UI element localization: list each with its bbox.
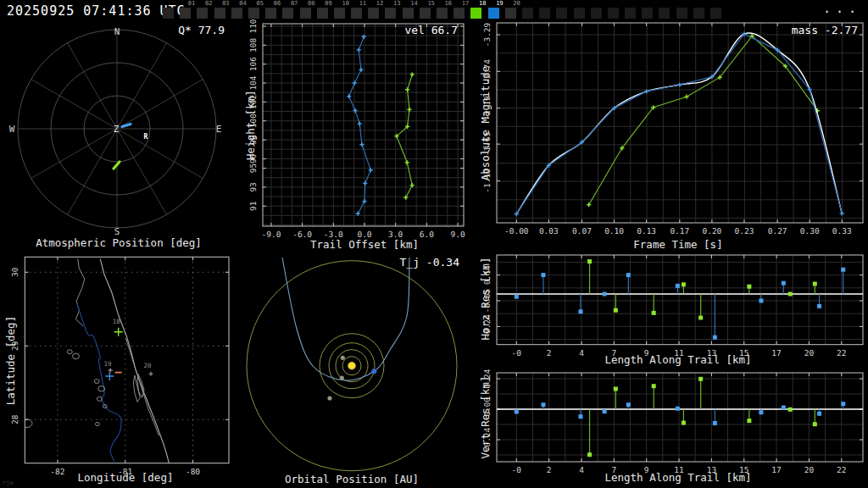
horizontal-residuals-plot: -024791113151720220.14-0.05-0.24 xyxy=(475,250,868,364)
frame-thumbnail[interactable] xyxy=(163,0,175,21)
frame-thumbnail[interactable]: 10 xyxy=(334,0,346,21)
overflow-menu-button[interactable]: ... xyxy=(823,1,861,16)
meteor-analysis-screen: 20250925 07:41:36 UTC 010203040506070809… xyxy=(0,0,868,488)
frame-thumbnail[interactable] xyxy=(539,0,551,21)
frame-thumbnail[interactable] xyxy=(591,0,603,21)
frame-thumbnail[interactable] xyxy=(710,0,722,21)
x-tick-label: 22 xyxy=(837,348,846,358)
x-tick-label: 20 xyxy=(804,465,815,474)
frame-thumbnail[interactable]: 12 xyxy=(368,0,380,21)
frame-thumbnail[interactable] xyxy=(659,0,670,21)
frame-thumbnail[interactable] xyxy=(676,0,688,21)
y-tick-label: 110 xyxy=(248,19,258,33)
green-residuals xyxy=(587,377,817,457)
frame-image[interactable] xyxy=(642,8,653,19)
frame-thumbnail[interactable] xyxy=(693,0,705,21)
x-tick-label: 22 xyxy=(837,465,846,474)
frame-number: 14 xyxy=(410,1,417,7)
frame-number: 12 xyxy=(376,1,383,7)
y-tick-label: -3.29 xyxy=(482,22,492,47)
frame-thumbnail[interactable] xyxy=(574,0,586,21)
frame-image[interactable] xyxy=(265,8,276,19)
frame-thumbnail-selected-a[interactable]: 18 xyxy=(470,0,482,21)
frame-image[interactable] xyxy=(608,8,619,19)
velocity-stat: vel 66.7 xyxy=(356,24,458,36)
frame-image[interactable] xyxy=(180,8,191,19)
vert-res-y-axis-title: Vert Res [km] xyxy=(479,367,492,469)
frame-number: 06 xyxy=(274,1,281,7)
frame-image[interactable] xyxy=(693,8,704,19)
frame-thumbnail[interactable]: 16 xyxy=(437,0,448,21)
frame-image[interactable] xyxy=(163,8,174,19)
frame-image[interactable] xyxy=(659,8,670,19)
frame-thumbnail[interactable]: 05 xyxy=(248,0,260,21)
frame-thumbnail[interactable] xyxy=(625,0,637,21)
map-content: 181920 xyxy=(22,257,229,463)
frame-image[interactable] xyxy=(574,8,585,19)
frame-image[interactable] xyxy=(385,8,396,19)
frame-image[interactable] xyxy=(625,8,636,19)
frame-thumbnail[interactable] xyxy=(522,0,534,21)
frame-thumbnail[interactable]: 06 xyxy=(265,0,277,21)
frame-thumbnail[interactable] xyxy=(556,0,568,21)
frame-thumbnail[interactable]: 04 xyxy=(231,0,243,21)
frame-thumbnail[interactable]: 20 xyxy=(505,0,517,21)
frame-image[interactable] xyxy=(453,8,465,19)
frame-image[interactable] xyxy=(351,8,362,19)
frame-number: 03 xyxy=(222,1,229,7)
frame-thumbnail[interactable]: 09 xyxy=(317,0,329,21)
blue-residuals xyxy=(515,402,845,425)
frame-image[interactable] xyxy=(420,8,431,19)
frame-image[interactable] xyxy=(231,8,242,19)
frame-image[interactable] xyxy=(591,8,602,19)
frame-image[interactable] xyxy=(539,8,550,19)
frame-image[interactable] xyxy=(214,8,225,19)
trail-offset-plot: -9.0-6.0-3.00.03.06.09.01101081061041021… xyxy=(237,21,475,250)
frame-image[interactable] xyxy=(317,8,328,19)
frame-thumbnail[interactable]: 13 xyxy=(385,0,397,21)
frame-thumbnail[interactable]: 07 xyxy=(282,0,294,21)
x-tick-label: 2 xyxy=(547,348,552,358)
orbit-caption: Orbital Position [AU] xyxy=(242,473,462,485)
radiant-label: R xyxy=(144,133,148,141)
sun-dot xyxy=(348,362,356,369)
frame-image[interactable] xyxy=(300,8,311,19)
frame-image[interactable] xyxy=(488,8,499,19)
frame-thumbnail[interactable] xyxy=(608,0,620,21)
frame-image[interactable] xyxy=(403,8,414,19)
frame-image[interactable] xyxy=(197,8,208,19)
frame-image[interactable] xyxy=(470,8,481,19)
frame-image[interactable] xyxy=(334,8,345,19)
frame-thumbnail[interactable]: 17 xyxy=(453,0,465,21)
utc-timestamp: 20250925 07:41:36 UTC xyxy=(7,3,186,19)
frame-image[interactable] xyxy=(710,8,721,19)
frame-image[interactable] xyxy=(368,8,379,19)
light-curve-plot: -0.000.030.070.100.130.170.200.230.270.3… xyxy=(475,21,868,250)
q-factor-stat: Q* 77.9 xyxy=(153,24,225,36)
frame-image[interactable] xyxy=(248,8,259,19)
frame-thumbnail[interactable] xyxy=(642,0,654,21)
x-tick-label: 0.30 xyxy=(800,226,820,236)
frame-image[interactable] xyxy=(437,8,448,19)
frame-image[interactable] xyxy=(556,8,567,19)
y-tick-label: 30 xyxy=(10,267,19,277)
frame-number: 20 xyxy=(513,1,520,7)
frame-thumbnail-selected-b[interactable]: 19 xyxy=(488,0,500,21)
frame-number: 15 xyxy=(427,1,434,7)
compass-west: W xyxy=(9,124,15,135)
frame-thumbnail[interactable]: 15 xyxy=(420,0,431,21)
x-tick-label: -0 xyxy=(512,348,522,358)
frame-number: 08 xyxy=(308,1,314,7)
frame-image[interactable] xyxy=(282,8,293,19)
frame-image[interactable] xyxy=(522,8,533,19)
frame-image[interactable] xyxy=(505,8,516,19)
green-camera-series xyxy=(394,72,415,199)
frame-thumbnail[interactable]: 08 xyxy=(300,0,312,21)
frame-thumbnail[interactable]: 11 xyxy=(351,0,363,21)
mass-stat: mass -2.77 xyxy=(746,24,858,36)
frame-thumbnail[interactable]: 01 xyxy=(180,0,192,21)
frame-thumbnail[interactable]: 02 xyxy=(197,0,209,21)
frame-image[interactable] xyxy=(676,8,687,19)
frame-thumbnail[interactable]: 03 xyxy=(214,0,226,21)
frame-thumbnail[interactable]: 14 xyxy=(403,0,415,21)
